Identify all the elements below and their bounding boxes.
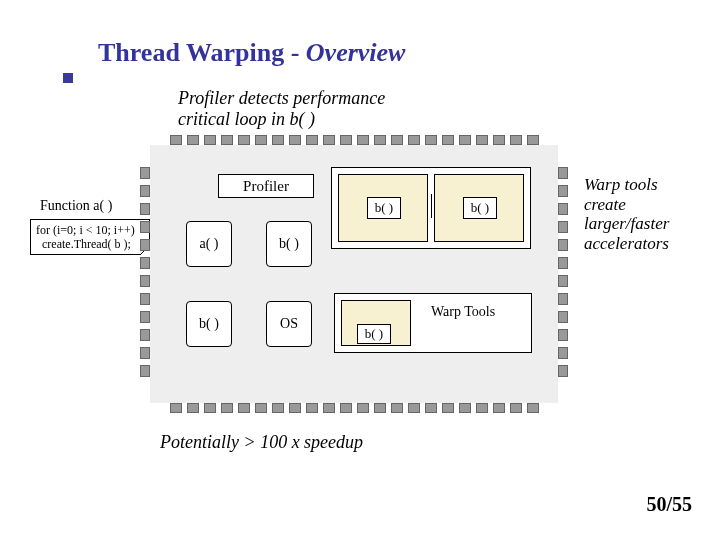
code-snippet: for (i=0; i < 10; i++) create.Thread( b … xyxy=(30,219,150,255)
page-number: 50/55 xyxy=(646,493,692,516)
node-b-low: b( ) xyxy=(186,301,232,347)
code-line1: for (i=0; i < 10; i++) xyxy=(36,224,144,238)
accel-bcall-left: b( ) xyxy=(367,197,401,219)
warp-note-line1: Warp tools xyxy=(584,175,694,195)
function-label: Function a( ) xyxy=(40,198,112,214)
speedup-note: Potentially > 100 x speedup xyxy=(160,432,363,453)
warp-note-line2: create xyxy=(584,195,694,215)
node-b-mid: b( ) xyxy=(266,221,312,267)
profiler-box: Profiler xyxy=(218,174,314,198)
node-os: OS xyxy=(266,301,312,347)
code-line2: create.Thread( b ); xyxy=(36,238,144,252)
title-part-a: Thread Warping - xyxy=(98,38,306,67)
accelerator-left: b( ) xyxy=(338,174,428,242)
chip-icon: Profiler b( ) b( ) a( ) b( ) b( ) OS xyxy=(150,145,558,403)
warp-note-line3: larger/faster xyxy=(584,214,694,234)
chip-interior: Profiler b( ) b( ) a( ) b( ) b( ) OS xyxy=(166,161,542,387)
profiler-note: Profiler detects performance critical lo… xyxy=(178,88,385,129)
warp-note: Warp tools create larger/faster accelera… xyxy=(584,175,694,253)
profiler-note-line2: critical loop in b( ) xyxy=(178,109,385,130)
page-title: Thread Warping - Overview xyxy=(98,38,405,68)
accel-bcall-right: b( ) xyxy=(463,197,497,219)
warp-bcall: b( ) xyxy=(357,324,391,344)
warp-note-line4: accelerators xyxy=(584,234,694,254)
accelerator-group: b( ) b( ) xyxy=(331,167,531,249)
accelerator-right: b( ) xyxy=(434,174,524,242)
profiler-note-line1: Profiler detects performance xyxy=(178,88,385,109)
title-part-b: Overview xyxy=(306,38,406,67)
warp-tools-label: Warp Tools xyxy=(431,304,495,320)
title-bullet xyxy=(63,73,73,83)
node-a: a( ) xyxy=(186,221,232,267)
warp-tools-group: b( ) Warp Tools xyxy=(334,293,532,353)
